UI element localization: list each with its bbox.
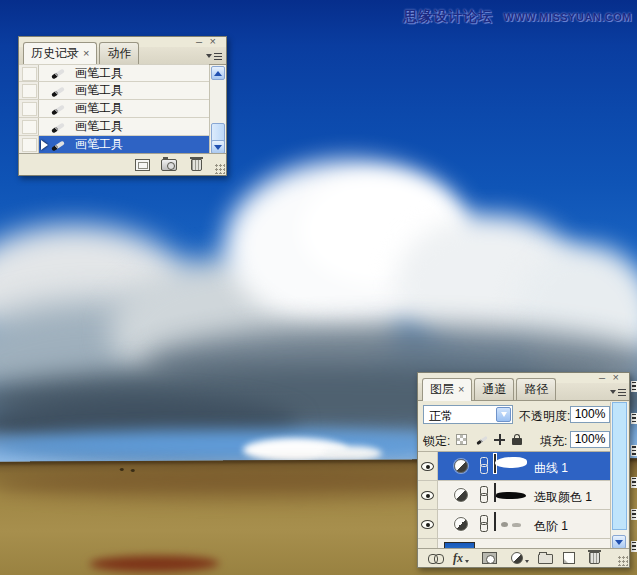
minimize-icon[interactable]: – — [196, 36, 202, 47]
visibility-cell[interactable] — [418, 452, 438, 480]
history-state-row[interactable]: 画笔工具 — [19, 64, 209, 82]
screen-edge-clipped-text — [631, 445, 637, 456]
new-adjustment-layer-icon[interactable] — [511, 552, 523, 564]
resize-grip[interactable] — [215, 164, 225, 174]
watermark-site-url: WWW.MISSYUAN.COM — [504, 11, 632, 23]
brush-tool-icon — [49, 138, 67, 152]
panel-menu-icon[interactable] — [610, 387, 626, 397]
lock-position-icon[interactable] — [494, 434, 505, 445]
trash-icon[interactable] — [589, 552, 600, 564]
history-source-well[interactable] — [19, 136, 39, 153]
panel-menu-icon[interactable] — [206, 51, 222, 61]
history-state-row-selected[interactable]: 画笔工具 — [19, 136, 209, 154]
blend-opacity-row: 正常 不透明度: 100% — [418, 402, 612, 428]
mask-link-icon[interactable] — [480, 457, 488, 475]
blend-mode-select[interactable]: 正常 — [423, 405, 513, 424]
new-layer-icon[interactable] — [563, 552, 575, 564]
fill-field[interactable]: 100% — [570, 431, 610, 448]
mask-link-icon[interactable] — [480, 486, 488, 504]
scrollbar-thumb[interactable] — [612, 402, 627, 530]
layers-panel: – × 图层× 通道 路径 正常 不透明度: 100% 锁定 — [417, 372, 630, 568]
scroll-down-icon[interactable] — [612, 535, 626, 549]
minimize-icon[interactable]: – — [599, 372, 605, 383]
screen-edge-clipped-text — [631, 541, 637, 552]
link-layers-icon[interactable] — [428, 554, 444, 563]
history-scrollbar[interactable] — [209, 65, 226, 155]
layer-list: 曲线 1 选取颜色 1 色阶 1 背景 副本 — [418, 452, 612, 550]
eye-icon[interactable] — [421, 462, 434, 471]
scroll-down-icon[interactable] — [211, 140, 225, 154]
brush-tool-icon — [49, 84, 67, 98]
layer-name[interactable]: 选取颜色 1 — [534, 489, 592, 506]
layer-row-curves[interactable]: 曲线 1 — [418, 452, 612, 481]
horizon-sky-strip — [0, 430, 460, 460]
eye-icon[interactable] — [421, 491, 434, 500]
tab-close-icon[interactable]: × — [83, 47, 89, 59]
new-snapshot-camera-icon[interactable] — [161, 159, 177, 171]
lock-label: 锁定: — [423, 433, 450, 450]
tab-actions[interactable]: 动作 — [99, 42, 139, 64]
history-source-well[interactable] — [19, 65, 39, 81]
mask-link-icon[interactable] — [480, 515, 488, 533]
layers-footer: fx — [418, 548, 629, 567]
tab-paths[interactable]: 路径 — [516, 378, 556, 400]
tab-channels[interactable]: 通道 — [474, 378, 514, 400]
eye-icon[interactable] — [421, 520, 434, 529]
close-icon[interactable]: × — [210, 36, 216, 47]
adjustment-layer-icon — [454, 517, 468, 531]
history-state-row[interactable]: 画笔工具 — [19, 118, 209, 136]
dirt-patch — [89, 556, 219, 573]
history-source-well[interactable] — [19, 100, 39, 117]
scroll-up-icon[interactable] — [211, 66, 225, 80]
layer-name[interactable]: 曲线 1 — [534, 460, 568, 477]
tab-layers[interactable]: 图层× — [422, 378, 472, 401]
tab-history[interactable]: 历史记录× — [23, 42, 97, 65]
photoshop-canvas: 思缘设计论坛 WWW.MISSYUAN.COM – × 历史记录× 动作 — [0, 0, 637, 575]
layers-tabs: 图层× 通道 路径 — [418, 383, 629, 401]
history-tabs: 历史记录× 动作 — [19, 47, 226, 65]
new-document-from-state-icon[interactable] — [135, 159, 150, 171]
brush-tool-icon — [49, 102, 67, 116]
layer-mask-thumbnail[interactable] — [494, 454, 496, 473]
layer-row-levels[interactable]: 色阶 1 — [418, 510, 612, 539]
history-state-row[interactable]: 画笔工具 — [19, 82, 209, 100]
current-state-pointer-icon — [41, 140, 48, 150]
history-footer — [19, 153, 226, 175]
watermark: 思缘设计论坛 WWW.MISSYUAN.COM — [403, 7, 632, 26]
trash-icon[interactable] — [191, 159, 202, 171]
history-state-list: 画笔工具 画笔工具 画笔工具 画笔工具 画笔工具 — [19, 65, 210, 155]
lock-paint-icon[interactable] — [475, 434, 489, 446]
close-icon[interactable]: × — [613, 372, 619, 383]
brush-tool-icon — [49, 120, 67, 134]
adjustment-layer-icon — [454, 459, 468, 473]
opacity-label: 不透明度: — [519, 408, 570, 425]
add-layer-mask-icon[interactable] — [482, 552, 497, 564]
screen-edge-clipped-text — [631, 477, 637, 488]
watermark-site-name: 思缘设计论坛 — [403, 8, 493, 24]
distant-animal — [131, 469, 135, 472]
chevron-down-icon[interactable] — [496, 407, 511, 422]
layer-style-fx-icon[interactable]: fx — [453, 552, 463, 564]
history-source-well[interactable] — [19, 118, 39, 135]
layer-mask-thumbnail[interactable] — [494, 483, 496, 502]
visibility-cell[interactable] — [418, 481, 438, 509]
distant-animal — [120, 468, 124, 471]
screen-edge-clipped-text — [631, 509, 637, 520]
lock-all-icon[interactable] — [512, 438, 522, 445]
layers-scrollbar[interactable] — [610, 402, 628, 550]
brush-tool-icon — [49, 66, 67, 80]
resize-grip[interactable] — [618, 556, 628, 566]
fill-label: 填充: — [540, 433, 567, 450]
visibility-cell[interactable] — [418, 510, 438, 538]
new-group-icon[interactable] — [538, 554, 553, 564]
layer-name[interactable]: 色阶 1 — [534, 518, 568, 535]
adjustment-layer-icon — [454, 488, 468, 502]
opacity-field[interactable]: 100% — [570, 406, 610, 423]
layer-row-selective-color[interactable]: 选取颜色 1 — [418, 481, 612, 510]
tab-close-icon[interactable]: × — [458, 383, 464, 395]
history-source-well[interactable] — [19, 82, 39, 99]
history-panel: – × 历史记录× 动作 画笔工具 画笔工具 — [18, 36, 227, 176]
layer-mask-thumbnail[interactable] — [494, 512, 496, 531]
history-state-row[interactable]: 画笔工具 — [19, 100, 209, 118]
lock-transparency-icon[interactable] — [456, 434, 467, 445]
